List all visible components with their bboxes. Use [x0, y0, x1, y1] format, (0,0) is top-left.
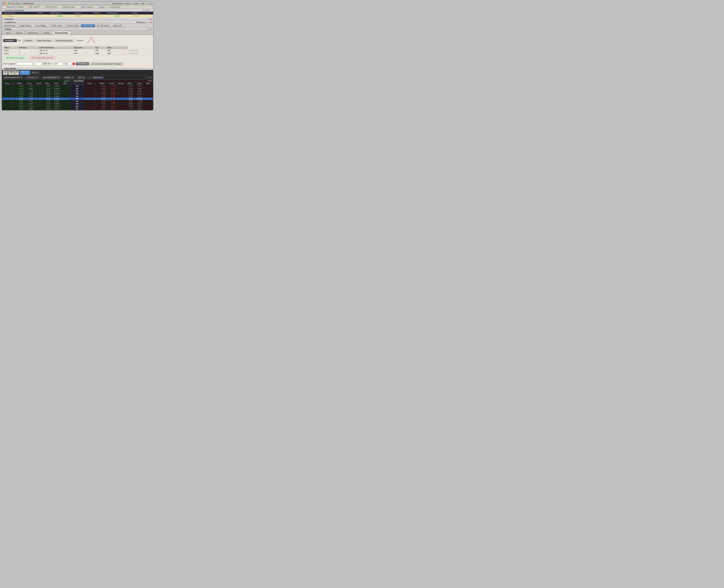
call-brief-449[interactable]: c0.41: [14, 103, 24, 105]
leg1-remove[interactable]: ×: [121, 49, 128, 52]
trading-icon3[interactable]: ?: [151, 28, 152, 30]
close-button[interactable]: [3, 2, 5, 4]
settings-button[interactable]: ⚙ Einstellungen: [108, 6, 121, 8]
put-impl-447[interactable]: [143, 98, 153, 100]
put-geld-446[interactable]: [84, 95, 94, 98]
minimize-button[interactable]: [6, 2, 7, 4]
add-leg-button[interactable]: + Bestandteil hinzufügen: [3, 56, 26, 60]
call-delta-445[interactable]: [34, 92, 42, 95]
call-vera-445[interactable]: 34.1K: [42, 92, 51, 95]
call-geld-442[interactable]: [2, 85, 12, 87]
put-vera-447[interactable]: 18.2K: [124, 98, 133, 100]
put-x-445[interactable]: x: [94, 92, 97, 95]
put-vera-450[interactable]: 41.9K: [124, 105, 133, 108]
call-geld-446[interactable]: [2, 95, 12, 98]
submit-order-button[interactable]: Übermitteln: [76, 62, 89, 65]
call-impl-443[interactable]: [60, 87, 70, 90]
call-x-442[interactable]: x: [11, 85, 14, 87]
call-letzt-448[interactable]: 0.342: [24, 100, 34, 103]
call-x-446[interactable]: x: [11, 95, 14, 98]
call-offe-442[interactable]: 8.965%: [51, 85, 60, 87]
order-price-input[interactable]: [64, 62, 72, 65]
schaltflaechen-refresh[interactable]: ↺: [146, 21, 147, 23]
put-offe-446[interactable]: 11.33...: [133, 95, 143, 98]
kauf-lmt-button[interactable]: Kauf LMT+85.0%: [96, 24, 111, 27]
put-brief-450[interactable]: c5.23: [97, 105, 106, 108]
strikes-dropdown[interactable]: ▼: [61, 77, 62, 79]
refresh-icon[interactable]: ↺: [148, 18, 150, 20]
put-impl-444[interactable]: [143, 90, 153, 92]
type-dropdown[interactable]: ▼: [39, 77, 41, 79]
put-vera-442[interactable]: 22.1K: [124, 85, 133, 87]
leg2-typ[interactable]: ▾Call: [95, 52, 106, 55]
strikes-select[interactable]: Alle BASISPREISE: [42, 76, 60, 79]
call-vera-446[interactable]: 23.8K: [42, 95, 51, 98]
call-letzt-451[interactable]: 0.085: [24, 108, 34, 110]
call-offe-450[interactable]: 9.912%: [51, 105, 60, 108]
put-geld-447[interactable]: [84, 98, 94, 100]
call-delta-449[interactable]: [34, 103, 42, 105]
type-select[interactable]: PUT/CALL: [26, 76, 38, 79]
call-delta-442[interactable]: [34, 85, 42, 87]
order-type-input[interactable]: [53, 62, 63, 65]
call-x-447[interactable]: x: [11, 98, 14, 100]
put-x-443[interactable]: x: [94, 87, 97, 90]
order-time-select[interactable]: DAY: [42, 62, 50, 65]
expiry-tab-sep18[interactable]: SEP 18 '23 4 TAGE: [19, 70, 30, 75]
put-vera-449[interactable]: 19.5K: [124, 103, 133, 105]
exchange-select[interactable]: SMART: [63, 76, 74, 79]
table-icon[interactable]: [T]: [143, 9, 145, 11]
call-brief-450[interactable]: c0.26: [14, 105, 24, 108]
trading-collapse[interactable]: ●: [3, 28, 4, 30]
put-impl-450[interactable]: [143, 105, 153, 108]
call-letzt-450[interactable]: 0.141: [24, 105, 34, 108]
put-brief-449[interactable]: c4.33: [97, 103, 106, 105]
put-vera-445[interactable]: 57.0K: [124, 92, 133, 95]
put-impl-449[interactable]: [143, 103, 153, 105]
verkauf-lmt-button[interactable]: Verkauf LMT+...: [111, 24, 125, 27]
options-spreads-button[interactable]: 📊 Options-Spreads: [78, 6, 94, 8]
symbol-select[interactable]: SPY: [77, 76, 85, 79]
call-offe-451[interactable]: 10.29...: [51, 108, 60, 110]
call-impl-446[interactable]: [60, 95, 70, 98]
put-letzt-445[interactable]: -0.296: [106, 92, 116, 95]
put-x-449[interactable]: x: [94, 103, 97, 105]
link-icon[interactable]: 🔗: [148, 3, 150, 4]
call-brief-447[interactable]: c1.02: [14, 98, 24, 100]
call-offe-449[interactable]: 9.609%: [51, 103, 60, 105]
dropdown-icon[interactable]: ▼: [20, 3, 22, 4]
call-geld-450[interactable]: [2, 105, 12, 108]
put-vera-443[interactable]: 23.2K: [124, 87, 133, 90]
put-letzt-447[interactable]: -0.528: [106, 98, 116, 100]
strike-449[interactable]: 449: [70, 103, 84, 105]
put-x-451[interactable]: x: [94, 108, 97, 110]
put-offe-444[interactable]: 12.14...: [133, 90, 143, 92]
put-geld-448[interactable]: [84, 100, 94, 103]
schaltflaechen-close[interactable]: ✕: [150, 21, 152, 23]
call-impl-442[interactable]: [60, 85, 70, 87]
put-vera-451[interactable]: 7.7K: [124, 108, 133, 110]
call-letzt-449[interactable]: 0.224: [24, 103, 34, 105]
statistiken-close[interactable]: ✕: [150, 18, 152, 20]
call-offe-443[interactable]: 9.283%: [51, 87, 60, 90]
call-vera-450[interactable]: 75.1K: [42, 105, 51, 108]
call-delta-447[interactable]: [34, 98, 42, 100]
put-impl-451[interactable]: [143, 108, 153, 110]
put-x-448[interactable]: x: [94, 100, 97, 103]
call-delta-451[interactable]: [34, 108, 42, 110]
put-offe-447[interactable]: 10.582%: [133, 98, 143, 100]
put-brief-451[interactable]: c6.15: [97, 108, 106, 110]
call-vera-444[interactable]: 28.6K: [42, 90, 51, 92]
put-offe-448[interactable]: 7.218%: [133, 100, 143, 103]
put-x-444[interactable]: x: [94, 90, 97, 92]
call-brief-444[interactable]: c2.95: [14, 90, 24, 92]
reverse-position-button[interactable]: Reverse Position: [66, 24, 81, 27]
leg1-basispreis[interactable]: ▾447: [73, 49, 94, 52]
put-delta-444[interactable]: [116, 90, 124, 92]
meine-ketten-button[interactable]: Meine Ketten: [92, 76, 104, 79]
put-brief-448[interactable]: c3.50: [97, 100, 106, 103]
put-brief-444[interactable]: c1.21: [97, 90, 106, 92]
call-geld-444[interactable]: [2, 90, 12, 92]
call-geld-451[interactable]: [2, 108, 12, 110]
put-geld-443[interactable]: [84, 87, 94, 90]
